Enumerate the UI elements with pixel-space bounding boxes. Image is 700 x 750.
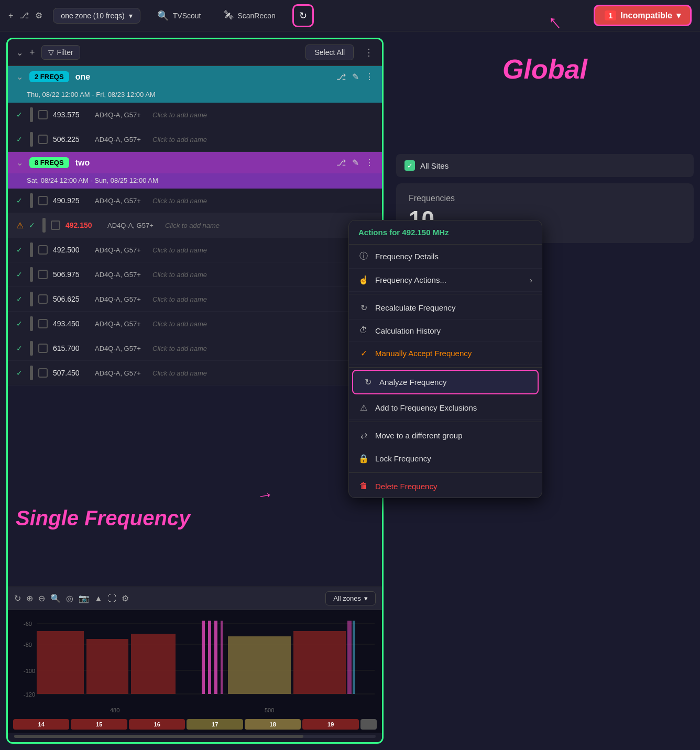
all-sites-check[interactable]: ✓: [404, 160, 415, 171]
color-bar: [30, 107, 33, 122]
up-icon[interactable]: ▲: [94, 594, 103, 603]
frame-icon[interactable]: ⛶: [108, 594, 116, 603]
group2-icons: ⎇ ✎ ⋮: [336, 158, 374, 168]
freq-name-placeholder[interactable]: Click to add name: [152, 111, 374, 119]
frequencies-card-title: Frequencies: [409, 194, 681, 203]
context-menu-add-exclusions[interactable]: ⚠ Add to Frequency Exclusions: [349, 396, 542, 420]
zone-dropdown[interactable]: All zones ▾: [325, 591, 376, 605]
context-menu-lock[interactable]: 🔒 Lock Frequency: [349, 447, 542, 470]
collapse-icon[interactable]: ⌄: [16, 48, 23, 58]
target-icon[interactable]: ◎: [66, 593, 73, 603]
group1-edit-icon[interactable]: ✎: [352, 72, 359, 82]
refresh-button[interactable]: ↻: [292, 4, 314, 27]
share-icon[interactable]: ⎇: [19, 10, 29, 20]
checkbox[interactable]: [38, 294, 48, 304]
header-more-icon[interactable]: ⋮: [364, 47, 374, 58]
checkbox[interactable]: [38, 344, 48, 353]
context-menu-frequency-details[interactable]: ⓘ Frequency Details: [349, 245, 542, 269]
reset-icon[interactable]: ↻: [14, 593, 21, 603]
svg-rect-13: [214, 621, 217, 694]
freq-row-490925[interactable]: ✓ 490.925 AD4Q-A, G57+ Click to add name: [8, 189, 382, 213]
freq-name-placeholder[interactable]: Click to add name: [152, 295, 374, 303]
svg-text:-100: -100: [24, 668, 35, 674]
freq-row-506225[interactable]: ✓ 506.225 AD4Q-A, G57+ Click to add name: [8, 127, 382, 152]
svg-rect-15: [228, 636, 291, 694]
freq-device: AD4Q-A, G57+: [95, 295, 147, 303]
gear-icon[interactable]: ⚙: [122, 593, 129, 603]
freq-device: AD4Q-A, G57+: [107, 222, 160, 229]
camera-icon[interactable]: 📷: [79, 593, 89, 603]
zoom-out-icon[interactable]: ⊖: [38, 593, 45, 603]
incompatible-button[interactable]: 1 Incompatible ▾: [594, 5, 692, 26]
single-frequency-label: Single Frequency: [16, 506, 190, 530]
select-all-label: Select All: [314, 48, 345, 57]
freq-name-placeholder[interactable]: Click to add name: [152, 271, 374, 279]
checkbox[interactable]: [38, 368, 48, 378]
context-menu-frequency-actions[interactable]: ☝ Frequency Actions... ›: [349, 269, 542, 292]
freq-row-493450[interactable]: ✓ 493.450 AD4Q-A, G57+ Click to add name: [8, 312, 382, 336]
svg-rect-17: [347, 621, 352, 694]
context-menu-calc-history[interactable]: ⏱ Calculation History: [349, 319, 542, 342]
tvscout-nav[interactable]: 🔍 TVScout: [151, 7, 207, 25]
group2-date: Sat, 08/24 12:00 AM - Sun, 08/25 12:00 A…: [8, 173, 382, 189]
zone-selector[interactable]: one zone (10 freqs) ▾: [53, 8, 140, 24]
add-group-icon[interactable]: +: [29, 47, 35, 58]
freq-name-placeholder[interactable]: Click to add name: [152, 369, 374, 377]
group2-edit-icon[interactable]: ✎: [352, 158, 359, 168]
incompatible-chevron-icon: ▾: [676, 10, 681, 20]
scanrecon-nav[interactable]: 🛰 ScanRecon: [217, 7, 281, 24]
checkbox[interactable]: [38, 110, 48, 119]
check-icon: ✓: [16, 369, 25, 377]
exclusions-icon: ⚠: [358, 403, 369, 413]
zoom-in-icon[interactable]: ⊕: [26, 593, 33, 603]
freq-row-492150[interactable]: ⚠ ✓ 492.150 AD4Q-A, G57+ Click to add na…: [8, 213, 382, 238]
context-menu-header: Actions for 492.150 MHz: [349, 220, 542, 245]
group1-collapse-icon[interactable]: ⌄: [16, 72, 23, 82]
checkbox[interactable]: [38, 245, 48, 255]
history-icon: ⏱: [358, 326, 369, 335]
filter-icon: ▽: [48, 48, 54, 57]
checkbox[interactable]: [38, 270, 48, 279]
freq-name-placeholder[interactable]: Click to add name: [152, 345, 374, 352]
search-icon[interactable]: 🔍: [50, 593, 61, 603]
group1-share-icon[interactable]: ⎇: [336, 72, 346, 82]
freq-name-placeholder[interactable]: Click to add name: [152, 320, 374, 328]
tvscout-label: TVScout: [173, 12, 201, 20]
settings-icon[interactable]: ⚙: [35, 10, 42, 20]
freq-chip-15: 15: [71, 719, 127, 730]
freq-row-493575[interactable]: ✓ 493.575 AD4Q-A, G57+ Click to add name: [8, 103, 382, 127]
check-icon: ✓: [16, 196, 25, 205]
filter-button[interactable]: ▽ Filter: [41, 45, 80, 60]
context-menu-manually-accept[interactable]: ✓ Manually Accept Frequency: [349, 342, 542, 365]
freq-row-506975[interactable]: ✓ 506.975 AD4Q-A, G57+ Click to add name: [8, 262, 382, 287]
group1-more-icon[interactable]: ⋮: [365, 72, 374, 82]
check-icon: ✓: [16, 270, 25, 279]
freq-row-615700[interactable]: ✓ 615.700 AD4Q-A, G57+ Click to add name: [8, 336, 382, 361]
all-sites-row[interactable]: ✓ All Sites: [396, 154, 694, 177]
color-bar: [30, 193, 33, 208]
scrollbar[interactable]: [14, 735, 376, 738]
group2-collapse-icon[interactable]: ⌄: [16, 158, 23, 168]
group1-date: Thu, 08/22 12:00 AM - Fri, 08/23 12:00 A…: [8, 87, 382, 103]
freq-name-placeholder[interactable]: Click to add name: [152, 197, 374, 205]
freq-row-492500[interactable]: ✓ 492.500 AD4Q-A, G57+ Click to add name: [8, 238, 382, 262]
add-icon[interactable]: +: [8, 11, 13, 20]
checkbox[interactable]: [38, 319, 48, 328]
incompatible-label: Incompatible: [620, 11, 672, 20]
group2-share-icon[interactable]: ⎇: [336, 158, 346, 168]
context-menu-recalculate[interactable]: ↻ Recalculate Frequency: [349, 296, 542, 319]
context-menu-move-group[interactable]: ⇄ Move to a different group: [349, 424, 542, 447]
context-menu-delete[interactable]: 🗑 Delete Frequency: [349, 475, 542, 498]
checkbox[interactable]: [38, 135, 48, 144]
freq-row-507450[interactable]: ✓ 507.450 AD4Q-A, G57+ Click to add name: [8, 361, 382, 385]
svg-text:-80: -80: [24, 642, 32, 648]
select-all-button[interactable]: Select All: [305, 45, 354, 60]
checkbox[interactable]: [38, 196, 48, 205]
freq-name-placeholder[interactable]: Click to add name: [165, 222, 359, 229]
context-menu-analyze[interactable]: ↻ Analyze Frequency: [353, 371, 538, 393]
checkbox[interactable]: [51, 220, 60, 230]
freq-name-placeholder[interactable]: Click to add name: [152, 246, 374, 254]
freq-name-placeholder[interactable]: Click to add name: [152, 136, 374, 144]
freq-row-506625[interactable]: ✓ 506.625 AD4Q-A, G57+ Click to add name: [8, 287, 382, 312]
group2-more-icon[interactable]: ⋮: [365, 158, 374, 168]
